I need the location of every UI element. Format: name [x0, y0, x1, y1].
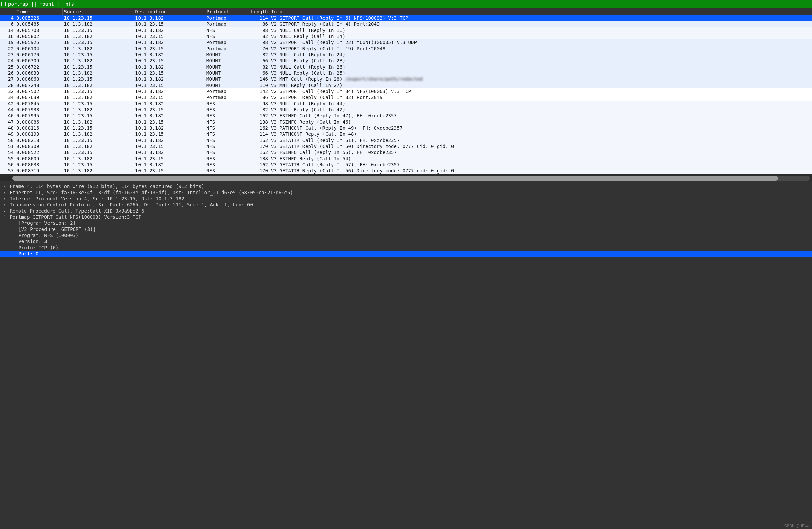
packet-cell-time: 0.008218	[15, 137, 62, 143]
horizontal-scrollbar[interactable]	[12, 176, 810, 181]
packet-cell-no: 49	[0, 131, 15, 137]
column-header-info[interactable]: Info	[270, 8, 812, 15]
packet-cell-protocol: NFS	[205, 137, 246, 143]
packet-row[interactable]: 240.00630910.1.3.18210.1.23.15MOUNT66V3 …	[0, 58, 812, 64]
details-row[interactable]: Port: 0	[0, 251, 812, 257]
packet-cell-time: 0.007502	[15, 88, 62, 95]
packet-row[interactable]: 480.00811610.1.23.1510.1.3.182NFS162V3 P…	[0, 125, 812, 131]
packet-cell-info: V2 GETPORT Call (Reply In 22) MOUNT(1000…	[270, 39, 812, 45]
caret-right-icon[interactable]: ›	[2, 208, 7, 214]
packet-cell-time: 0.005703	[15, 27, 62, 33]
horizontal-scrollbar-thumb[interactable]	[12, 176, 778, 181]
display-filter-text[interactable]: portmap || mount || nfs	[8, 1, 74, 7]
packet-row[interactable]: 190.00592510.1.23.1510.1.3.182Portmap98V…	[0, 39, 812, 45]
packet-cell-protocol: Portmap	[205, 15, 246, 21]
column-header-destination[interactable]: Destination	[134, 8, 205, 15]
packet-row[interactable]: 420.00784510.1.23.1510.1.3.182NFS98V3 NU…	[0, 100, 812, 106]
packet-cell-info: V3 NULL Call (Reply In 26)	[270, 64, 812, 70]
column-header-source[interactable]: Source	[62, 8, 134, 15]
details-row[interactable]: ˅ Portmap GETPORT Call NFS(100003) Versi…	[0, 214, 812, 220]
packet-cell-source: 10.1.3.182	[62, 58, 134, 64]
packet-row[interactable]: 560.00863810.1.23.1510.1.3.182NFS162V3 G…	[0, 162, 812, 168]
packet-row[interactable]: 460.00799510.1.23.1510.1.3.182NFS162V3 F…	[0, 113, 812, 119]
details-row[interactable]: › Ethernet II, Src: fa:16:3e:4f:13:df (f…	[0, 189, 812, 196]
packet-cell-no: 25	[0, 64, 15, 70]
packet-cell-source: 10.1.23.15	[62, 27, 134, 33]
packet-cell-no: 48	[0, 125, 15, 131]
packet-row[interactable]: 500.00821810.1.23.1510.1.3.182NFS162V3 G…	[0, 137, 812, 143]
packet-row[interactable]: 570.00871910.1.3.18210.1.23.15NFS170V3 G…	[0, 168, 812, 174]
caret-right-icon[interactable]: ›	[2, 184, 7, 189]
details-row[interactable]: › Remote Procedure Call, Type:Call XID:0…	[0, 208, 812, 214]
display-filter-bar[interactable]: portmap || mount || nfs	[0, 0, 812, 8]
packet-row[interactable]: 510.00830910.1.3.18210.1.23.15NFS170V3 G…	[0, 143, 812, 149]
bookmark-icon[interactable]	[1, 2, 6, 6]
column-header-no[interactable]	[0, 8, 15, 15]
packet-cell-destination: 10.1.3.182	[134, 137, 205, 143]
packet-table: Time Source Destination Protocol Length …	[0, 8, 812, 174]
caret-right-icon[interactable]: ›	[2, 202, 7, 208]
packet-cell-destination: 10.1.23.15	[134, 143, 205, 149]
details-text: Transmission Control Protocol, Src Port:…	[7, 202, 253, 208]
packet-row[interactable]: 550.00860910.1.3.18210.1.23.15NFS138V3 F…	[0, 156, 812, 162]
details-row[interactable]: Version: 3	[0, 238, 812, 244]
packet-cell-info: V3 FSINFO Reply (Call In 46)	[270, 119, 812, 125]
packet-header-row[interactable]: Time Source Destination Protocol Length …	[0, 8, 812, 15]
packet-row[interactable]: 220.00610410.1.3.18210.1.23.15Portmap70V…	[0, 45, 812, 52]
packet-row[interactable]: 250.00672210.1.23.1510.1.3.182MOUNT82V3 …	[0, 64, 812, 70]
details-row[interactable]: › Transmission Control Protocol, Src Por…	[0, 202, 812, 208]
details-row[interactable]: › Internet Protocol Version 4, Src: 10.1…	[0, 196, 812, 202]
caret-right-icon[interactable]: ›	[2, 190, 7, 195]
packet-cell-destination: 10.1.23.15	[134, 82, 205, 88]
details-text: Version: 3	[16, 239, 47, 244]
packet-cell-protocol: MOUNT	[205, 82, 246, 88]
packet-row[interactable]: 40.00532610.1.23.1510.1.3.182Portmap114V…	[0, 15, 812, 21]
packet-row[interactable]: 140.00570310.1.23.1510.1.3.182NFS98V3 NU…	[0, 27, 812, 33]
packet-cell-no: 4	[0, 15, 15, 21]
details-row[interactable]: Proto: TCP (6)	[0, 244, 812, 251]
caret-down-icon[interactable]: ˅	[2, 214, 7, 220]
packet-row[interactable]: 440.00793810.1.3.18210.1.23.15NFS82V3 NU…	[0, 106, 812, 113]
packet-cell-destination: 10.1.3.182	[134, 76, 205, 82]
details-row[interactable]: Program: NFS (100003)	[0, 232, 812, 238]
packet-cell-info: V3 NULL Reply (Call In 23)	[270, 58, 812, 64]
packet-cell-destination: 10.1.3.182	[134, 125, 205, 131]
packet-row[interactable]: 320.00750210.1.23.1510.1.3.182Portmap142…	[0, 88, 812, 95]
column-header-time[interactable]: Time	[15, 8, 62, 15]
packet-cell-protocol: MOUNT	[205, 58, 246, 64]
packet-cell-protocol: MOUNT	[205, 76, 246, 82]
packet-cell-time: 0.007248	[15, 82, 62, 88]
packet-cell-info: V2 GETPORT Call (Reply In 6) NFS(100003)…	[270, 15, 812, 21]
column-header-protocol[interactable]: Protocol	[205, 8, 246, 15]
details-row[interactable]: › Frame 4: 114 bytes on wire (912 bits),…	[0, 183, 812, 189]
packet-row[interactable]: 540.00852210.1.23.1510.1.3.182NFS162V3 F…	[0, 149, 812, 156]
packet-cell-length: 82	[246, 33, 270, 39]
packet-cell-length: 86	[246, 21, 270, 27]
packet-cell-no: 46	[0, 113, 15, 119]
column-header-length[interactable]: Length	[246, 8, 270, 15]
details-text: Program: NFS (100003)	[16, 232, 78, 238]
packet-row[interactable]: 270.00686810.1.23.1510.1.3.182MOUNT146V3…	[0, 76, 812, 82]
packet-row[interactable]: 490.00819310.1.3.18210.1.23.15NFS114V3 P…	[0, 131, 812, 137]
packet-row[interactable]: 470.00808610.1.3.18210.1.23.15NFS138V3 F…	[0, 119, 812, 125]
packet-list-pane[interactable]: Time Source Destination Protocol Length …	[0, 8, 812, 174]
details-row[interactable]: [Program Version: 2]	[0, 220, 812, 226]
packet-cell-destination: 10.1.3.182	[134, 149, 205, 156]
packet-cell-time: 0.006309	[15, 58, 62, 64]
details-row[interactable]: [V2 Procedure: GETPORT (3)]	[0, 226, 812, 232]
packet-cell-length: 114	[246, 15, 270, 21]
packet-cell-no: 27	[0, 76, 15, 82]
packet-row[interactable]: 160.00580210.1.3.18210.1.23.15NFS82V3 NU…	[0, 33, 812, 39]
packet-row[interactable]: 230.00617010.1.23.1510.1.3.182MOUNT82V3 …	[0, 52, 812, 58]
caret-right-icon[interactable]: ›	[2, 196, 7, 201]
packet-details-pane[interactable]: › Frame 4: 114 bytes on wire (912 bits),…	[0, 181, 812, 529]
packet-cell-no: 6	[0, 21, 15, 27]
packet-row[interactable]: 260.00683310.1.3.18210.1.23.15MOUNT66V3 …	[0, 70, 812, 76]
packet-row[interactable]: 60.00548510.1.3.18210.1.23.15Portmap86V2…	[0, 21, 812, 27]
details-text: Ethernet II, Src: fa:16:3e:4f:13:df (fa:…	[7, 190, 293, 195]
packet-cell-length: 162	[246, 137, 270, 143]
packet-row[interactable]: 280.00724810.1.3.18210.1.23.15MOUNT110V3…	[0, 82, 812, 88]
packet-cell-destination: 10.1.3.182	[134, 64, 205, 70]
packet-row[interactable]: 340.00763910.1.3.18210.1.23.15Portmap86V…	[0, 95, 812, 100]
packet-cell-source: 10.1.23.15	[62, 15, 134, 21]
